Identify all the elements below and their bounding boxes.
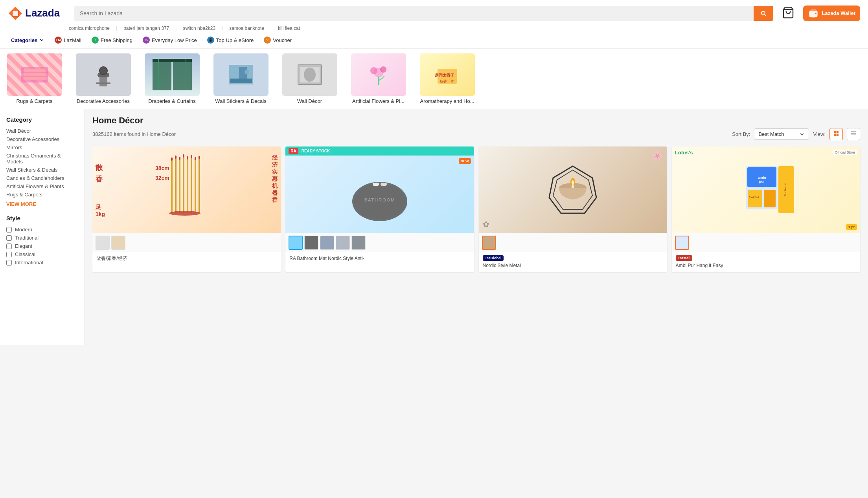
- product-card-p1[interactable]: 38cm 32cm 散香 足1kg 经济实惠机器香 散香/素香/经济: [92, 146, 281, 272]
- sidebar-item-christmas[interactable]: Christmas Ornaments & Models: [6, 152, 78, 166]
- cat-label-draperies: Draperies & Curtains: [148, 98, 196, 104]
- thumb-p2-4[interactable]: [351, 236, 366, 250]
- product-card-p4[interactable]: Lotus's Official Store ambi pur 2×4.5ml: [672, 146, 860, 272]
- product-card-p3[interactable]: 🌸 ✿ LazGlobal Nordic Style Metal: [479, 146, 667, 272]
- svg-rect-42: [179, 157, 180, 213]
- svg-rect-54: [195, 157, 196, 160]
- sidebar-item-candles[interactable]: Candles & Candleholders: [6, 174, 78, 182]
- style-international-checkbox[interactable]: [6, 260, 12, 265]
- style-elegant-checkbox[interactable]: [6, 244, 12, 249]
- sidebar-item-wall-stickers[interactable]: Wall Stickers & Decals: [6, 166, 78, 174]
- svg-text:Sunbeam: Sunbeam: [783, 183, 787, 197]
- category-rugs[interactable]: Rugs & Carpets: [0, 50, 69, 107]
- thumb-p3-0[interactable]: [482, 236, 496, 250]
- thumb-p2-2[interactable]: [320, 236, 334, 250]
- view-list-button[interactable]: [847, 128, 860, 140]
- category-walldecor[interactable]: Wall Décor: [275, 50, 344, 107]
- lazglobal-badge: LazGlobal: [483, 255, 504, 261]
- header: Lazada Lazada Wallet: [0, 0, 868, 49]
- cat-img-decorative: [76, 53, 131, 96]
- svg-rect-43: [183, 155, 184, 213]
- item-count-number: 3825162: [92, 131, 112, 137]
- suggestion-2[interactable]: switch nba2k23: [183, 26, 215, 31]
- main-layout: Category Wall Décor Decorative Accessori…: [0, 109, 868, 345]
- cart-icon: [782, 6, 794, 19]
- style-classical-checkbox[interactable]: [6, 252, 12, 257]
- lazmall-badge-p4: LazMall: [676, 255, 693, 261]
- cat-label-walldecor: Wall Décor: [297, 98, 322, 104]
- suggestion-3[interactable]: samoa banknote: [229, 26, 264, 31]
- logo[interactable]: Lazada: [8, 6, 69, 21]
- thumb-p2-0[interactable]: [289, 236, 303, 250]
- suggestion-divider-2: |: [222, 26, 223, 31]
- style-classical[interactable]: Classical: [6, 250, 78, 258]
- thumb-p2-1[interactable]: [304, 236, 318, 250]
- search-bar: [74, 6, 773, 21]
- category-wallstickers[interactable]: Wall Stickers & Decals: [206, 50, 275, 107]
- suggestion-1[interactable]: bateri jam tangan 377: [123, 26, 169, 31]
- style-traditional-checkbox[interactable]: [6, 235, 12, 241]
- thumb-1[interactable]: [111, 236, 125, 250]
- suggestion-4[interactable]: kill flea cat: [278, 26, 300, 31]
- svg-rect-51: [183, 154, 184, 157]
- nav-lazmall[interactable]: LM LazMall: [50, 35, 86, 45]
- svg-point-25: [304, 68, 316, 82]
- logo-text: Lazada: [25, 7, 60, 19]
- svg-rect-29: [378, 77, 379, 85]
- category-aroma[interactable]: 房间太香了一瓶香一年 Aromatherapy and Ho...: [413, 50, 482, 107]
- suggestion-divider-0: |: [116, 26, 117, 31]
- lowprice-label: Everyday Low Price: [152, 37, 197, 43]
- sidebar-item-mirrors[interactable]: Mirrors: [6, 143, 78, 152]
- nav-topup[interactable]: 📱 Top Up & eStore: [202, 35, 258, 45]
- view-grid-button[interactable]: [829, 128, 843, 140]
- svg-rect-35: [834, 134, 836, 136]
- style-traditional[interactable]: Traditional: [6, 234, 78, 242]
- nav-lowprice[interactable]: % Everyday Low Price: [138, 35, 202, 45]
- svg-rect-47: [199, 157, 200, 213]
- style-international[interactable]: International: [6, 258, 78, 267]
- wallet-banner[interactable]: Lazada Wallet: [803, 5, 860, 21]
- svg-rect-55: [199, 156, 200, 159]
- search-button[interactable]: [754, 6, 773, 21]
- category-decorative[interactable]: Decorative Accessories: [69, 50, 138, 107]
- svg-rect-34: [837, 131, 839, 133]
- sidebar-view-more[interactable]: VIEW MORE: [6, 201, 36, 207]
- nav-categories[interactable]: Categories: [6, 36, 49, 45]
- sidebar-item-decorative[interactable]: Decorative Accessories: [6, 135, 78, 143]
- nav-voucher[interactable]: V Voucher: [259, 35, 296, 45]
- category-flowers[interactable]: Artificial Flowers & Pl...: [344, 50, 413, 107]
- sort-option-text: Best Match: [758, 131, 784, 137]
- product-grid: 38cm 32cm 散香 足1kg 经济实惠机器香 散香/素香/经济: [92, 146, 860, 272]
- style-elegant[interactable]: Elegant: [6, 242, 78, 250]
- product-card-p2[interactable]: RA READY STOCK BATHROOM NEW: [285, 146, 474, 272]
- product-img-p4: Lotus's Official Store ambi pur 2×4.5ml: [672, 146, 860, 233]
- category-draperies[interactable]: Draperies & Curtains: [138, 50, 206, 107]
- product-name-p1: 散香/素香/经济: [96, 255, 277, 262]
- svg-rect-49: [175, 156, 177, 159]
- cat-label-flowers: Artificial Flowers & Pl...: [352, 98, 405, 104]
- svg-rect-39: [851, 135, 856, 135]
- svg-text:32cm: 32cm: [155, 175, 169, 181]
- sidebar-item-wall-decor[interactable]: Wall Décor: [6, 127, 78, 135]
- sidebar-item-artificial-flowers[interactable]: Artificial Flowers & Plants: [6, 182, 78, 190]
- cart-icon-wrap[interactable]: [779, 5, 798, 22]
- style-modern-checkbox[interactable]: [6, 227, 12, 233]
- search-input[interactable]: [74, 6, 754, 20]
- thumb-0[interactable]: [96, 236, 110, 250]
- style-modern[interactable]: Modern: [6, 225, 78, 234]
- svg-rect-13: [96, 82, 110, 84]
- svg-rect-45: [191, 156, 192, 213]
- freeship-label: Free Shipping: [101, 37, 132, 43]
- thumb-p2-3[interactable]: [336, 236, 350, 250]
- thumb-p4-0[interactable]: [675, 236, 689, 250]
- svg-rect-53: [191, 155, 192, 158]
- svg-text:BATHROOM: BATHROOM: [364, 198, 395, 202]
- svg-rect-15: [173, 59, 192, 90]
- sidebar: Category Wall Décor Decorative Accessori…: [0, 109, 85, 345]
- suggestion-0[interactable]: comica microphone: [69, 26, 110, 31]
- sidebar-item-rugs[interactable]: Rugs & Carpets: [6, 190, 78, 199]
- nav-freeship[interactable]: ✈ Free Shipping: [87, 35, 137, 45]
- sort-select[interactable]: Best Match: [754, 128, 809, 140]
- view-label: View:: [813, 131, 826, 137]
- search-icon: [760, 10, 767, 17]
